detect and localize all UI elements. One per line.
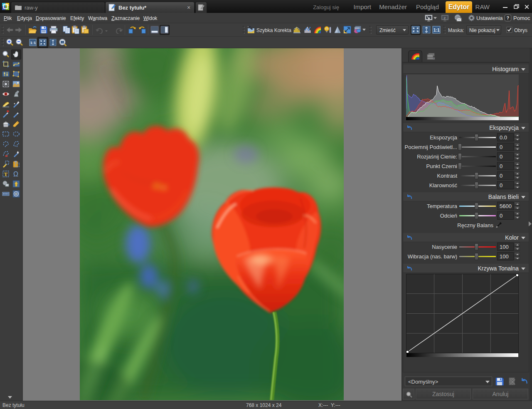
svg-text:Ω: Ω <box>13 171 18 178</box>
svg-text:2: 2 <box>444 16 446 20</box>
svg-text:1:1: 1:1 <box>30 40 36 45</box>
svg-text:?: ? <box>507 15 510 20</box>
svg-text:1:1: 1:1 <box>433 28 440 32</box>
svg-text:0: 0 <box>326 27 328 30</box>
svg-text:T: T <box>4 171 8 177</box>
